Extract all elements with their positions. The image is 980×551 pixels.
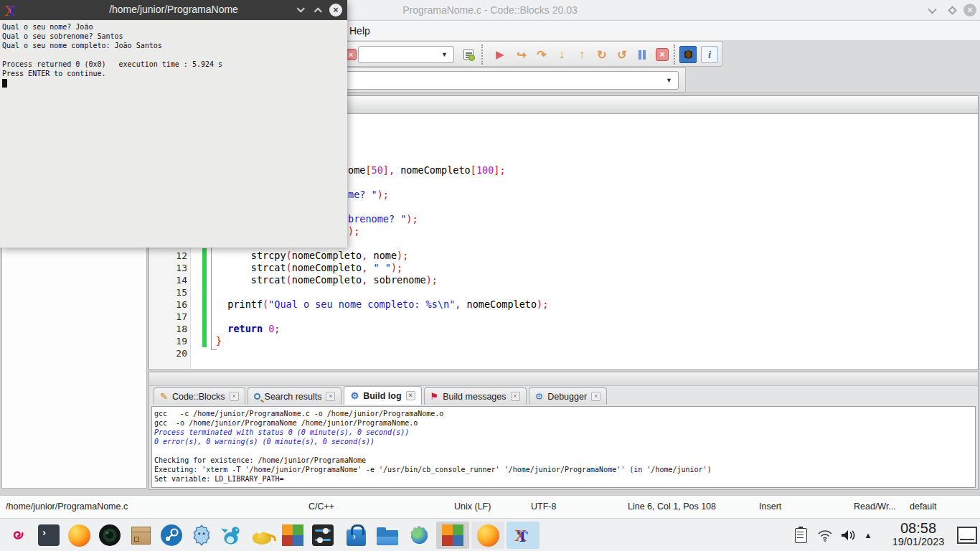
log-tab-build-log[interactable]: ⚙Build log×: [344, 386, 421, 405]
build-log-view[interactable]: gcc -c /home/junior/ProgramaNome.c -o /h…: [151, 406, 976, 488]
xterm-maximize-button[interactable]: [313, 5, 324, 15]
debug-continue-button[interactable]: ▶: [491, 46, 509, 63]
various-info-button[interactable]: i: [701, 46, 718, 63]
taskbar-clock[interactable]: 08:58 19/01/2023: [881, 521, 956, 547]
menu-help[interactable]: Help: [347, 25, 373, 37]
status-readwrite: Read/Wr...: [854, 501, 896, 512]
volume-tray-icon[interactable]: [839, 527, 857, 543]
taskbar-dragon-app[interactable]: [217, 522, 246, 549]
next-instruction-button[interactable]: ↻: [593, 46, 611, 63]
note-icon: ✎: [160, 391, 168, 402]
taskbar-gear-app[interactable]: [187, 522, 216, 549]
break-debugger-button[interactable]: [633, 46, 651, 63]
taskbar-tiles-app[interactable]: [278, 522, 307, 549]
terminal-cursor: [2, 79, 7, 88]
taskbar-discover[interactable]: [341, 522, 370, 549]
clipboard-tray-icon[interactable]: [792, 527, 809, 543]
tab-close-icon[interactable]: ×: [326, 392, 335, 401]
taskbar-web-globe[interactable]: ⚙: [405, 522, 433, 549]
next-line-icon: ↷: [537, 48, 546, 62]
tab-close-icon[interactable]: ×: [591, 392, 600, 401]
task-firefox-window[interactable]: [471, 522, 504, 549]
sliders-icon: [312, 524, 334, 546]
status-eol-mode: Unix (LF): [454, 501, 491, 512]
maximize-button[interactable]: [946, 4, 958, 17]
code-text-18: return 0;: [216, 323, 280, 335]
taskbar-terminal[interactable]: ›: [34, 522, 63, 549]
step-into-instruction-button[interactable]: ↺: [613, 46, 631, 63]
log-tab-build-messages[interactable]: ⚑Build messages×: [424, 387, 527, 405]
log-tab-search-results[interactable]: Search results×: [248, 387, 342, 405]
taskbar-settings[interactable]: [308, 522, 337, 549]
taskbar-firefox[interactable]: [65, 522, 93, 549]
tiles-icon: [442, 524, 463, 546]
step-into-button[interactable]: ↓: [553, 46, 570, 63]
taskbar-teatime[interactable]: [248, 522, 276, 549]
code-line-16: printf("Qual o seu nome completo: %s\n",…: [216, 298, 969, 311]
code-text-10: );: [348, 225, 359, 237]
next-instruction-icon: ↻: [597, 48, 606, 62]
taskbar: › ⚙ XT ▲ 08:58 19/01/2023: [0, 518, 980, 551]
minimize-button[interactable]: [925, 4, 938, 17]
tab-close-icon[interactable]: ×: [511, 392, 520, 401]
taskbar-file-manager[interactable]: [373, 522, 402, 549]
maximize-icon: [948, 6, 957, 15]
speaker-icon: [839, 528, 857, 542]
status-insert-mode: Insert: [759, 501, 781, 512]
taskbar-package[interactable]: [126, 522, 155, 549]
dragon-mascot-icon: [220, 523, 244, 547]
wifi-tray-icon[interactable]: [816, 527, 834, 543]
debugging-windows-button[interactable]: [679, 46, 697, 63]
steam-icon: [160, 524, 183, 547]
logs-panel-header[interactable]: [149, 372, 978, 386]
log-tab-label: Search results: [265, 392, 322, 402]
taskbar-camera[interactable]: [95, 522, 124, 549]
taskbar-steam[interactable]: [157, 522, 186, 549]
build-log-line-1: gcc -c /home/junior/ProgramaNome.c -o /h…: [154, 409, 975, 418]
build-log-line-4: 0 error(s), 0 warning(s) (0 minute(s), 0…: [154, 437, 975, 446]
xterm-titlebar[interactable]: XT /home/junior/ProgramaNome ×: [0, 0, 347, 20]
xterm-close-button[interactable]: ×: [329, 4, 342, 17]
xterm-window[interactable]: XT /home/junior/ProgramaNome × Qual o se…: [0, 0, 347, 248]
close-button[interactable]: ×: [963, 4, 976, 17]
shopping-bag-icon: [347, 529, 366, 546]
status-caret-pos: Line 6, Col 1, Pos 108: [628, 501, 716, 512]
tab-close-icon[interactable]: ×: [406, 391, 415, 400]
show-desktop-button[interactable]: [957, 527, 977, 544]
gear-mascot-icon: [189, 523, 214, 547]
next-line-button[interactable]: ↷: [533, 46, 550, 63]
code-text-19: }: [216, 335, 222, 347]
combo-dropdown-icon: ▼: [441, 51, 448, 58]
changed-lines-bar: [202, 248, 207, 347]
debug-run-icon: ▶: [496, 48, 504, 61]
taskbar-debian-menu[interactable]: [4, 522, 33, 549]
code-line-19: }: [216, 335, 969, 347]
xterm-output[interactable]: Qual o seu nome? JoãoQual o seu sobrenom…: [2, 22, 345, 245]
tray-expand-arrow[interactable]: ▲: [859, 527, 877, 543]
line-number-18: 18: [150, 323, 190, 335]
line-number-17: 17: [150, 311, 190, 323]
step-out-button[interactable]: ↑: [573, 46, 590, 63]
log-tab-label: Build log: [363, 391, 401, 401]
code-line-20: [216, 347, 969, 359]
chevron-down-icon: [297, 4, 305, 12]
task-xterm-window[interactable]: XT: [507, 522, 540, 549]
stop-debugger-button[interactable]: ×: [654, 46, 671, 63]
line-number-14: 14: [150, 274, 190, 286]
task-tiles-window[interactable]: [436, 522, 469, 549]
log-tab-code-blocks[interactable]: ✎Code::Blocks×: [154, 387, 245, 405]
build-log-line-7: Executing: 'xterm -T '/home/junior/Progr…: [154, 465, 975, 474]
toolbar-separator: [481, 44, 483, 65]
terminal-line-5: Process returned 0 (0x0) execution time …: [2, 60, 345, 69]
tab-close-icon[interactable]: ×: [230, 392, 239, 401]
search-icon: [254, 393, 260, 400]
build-log-line-8: Set variable: LD_LIBRARY_PATH=: [154, 474, 975, 484]
camera-lens-icon: [98, 524, 121, 547]
log-tab-debugger[interactable]: ⚙Debugger×: [529, 387, 608, 405]
build-target-combo[interactable]: ▼: [358, 46, 454, 63]
firefox-icon: [68, 524, 90, 547]
select-target-button[interactable]: [460, 46, 477, 63]
run-to-cursor-button[interactable]: ↪: [513, 46, 530, 63]
build-log-line-5: [154, 446, 975, 456]
xterm-minimize-button[interactable]: [296, 5, 307, 15]
